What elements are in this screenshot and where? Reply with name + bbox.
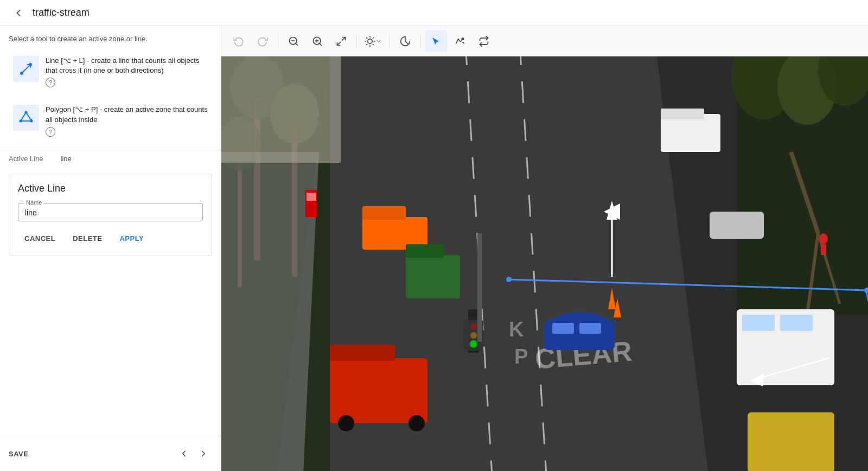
next-button[interactable] [195, 445, 212, 462]
traffic-scene: CLEAR [221, 56, 868, 471]
color-button[interactable] [394, 30, 416, 52]
active-line-label: Active Line [9, 155, 43, 163]
svg-point-71 [470, 340, 477, 348]
back-button[interactable] [9, 3, 28, 23]
line-tool-description: Line [⌥ + L] - create a line that counts… [46, 56, 208, 87]
svg-rect-65 [780, 315, 813, 331]
polygon-icon [18, 110, 34, 125]
shape-icon [478, 36, 489, 47]
brightness-icon [365, 36, 375, 47]
svg-rect-58 [552, 323, 574, 334]
undo-button[interactable] [228, 30, 250, 52]
delete-button[interactable]: DELETE [66, 230, 108, 247]
svg-rect-62 [710, 212, 764, 239]
sidebar: Select a tool to create an active zone o… [0, 26, 221, 471]
svg-text:P: P [514, 345, 528, 368]
svg-point-53 [409, 415, 425, 431]
cursor-icon [431, 36, 442, 47]
polygon-tool-icon-box [13, 105, 39, 131]
svg-rect-54 [406, 255, 460, 298]
toolbar-divider-1 [278, 35, 278, 48]
brightness-button[interactable] [361, 30, 385, 52]
svg-rect-47 [221, 56, 341, 163]
svg-line-11 [320, 43, 322, 45]
color-icon [400, 36, 411, 47]
svg-line-24 [373, 37, 373, 38]
main-layout: Select a tool to create an active zone o… [0, 26, 868, 471]
cancel-button[interactable]: CANCEL [18, 230, 62, 247]
chevron-down-icon [375, 38, 382, 44]
shape-button[interactable] [473, 30, 495, 52]
polyline-icon [455, 36, 465, 47]
svg-point-69 [470, 323, 477, 330]
line-tool-icon-box [13, 56, 39, 82]
line-icon [18, 61, 34, 77]
svg-point-16 [368, 39, 372, 43]
svg-rect-86 [821, 244, 826, 255]
svg-point-85 [819, 233, 828, 244]
polygon-help-icon[interactable]: ? [46, 127, 55, 137]
line-help-icon[interactable]: ? [46, 78, 55, 87]
svg-line-20 [373, 44, 373, 44]
active-line-row: Active Line line [0, 150, 221, 167]
line-tool-item[interactable]: Line [⌥ + L] - create a line that counts… [4, 49, 216, 94]
svg-point-52 [338, 415, 354, 431]
svg-rect-59 [579, 323, 601, 334]
prev-button[interactable] [175, 445, 193, 462]
toolbar-divider-3 [390, 35, 390, 48]
svg-line-23 [367, 44, 367, 44]
polygon-tool-description: Polygon [⌥ + P] - create an active zone … [46, 105, 208, 136]
svg-text:K: K [509, 318, 524, 341]
svg-rect-55 [406, 244, 444, 258]
svg-rect-61 [661, 109, 704, 119]
redo-button[interactable] [252, 30, 273, 52]
toolbar-divider-2 [356, 35, 357, 48]
svg-rect-60 [661, 114, 720, 152]
svg-rect-50 [330, 358, 427, 423]
apply-button[interactable]: APPLY [113, 230, 150, 247]
svg-rect-64 [742, 315, 775, 331]
sidebar-footer: SAVE [0, 436, 221, 471]
panel-actions: CANCEL DELETE APPLY [18, 230, 203, 247]
cursor-button[interactable] [425, 30, 447, 52]
page-title: traffic-stream [33, 7, 90, 18]
footer-nav [175, 445, 212, 462]
polygon-tool-item[interactable]: Polygon [⌥ + P] - create an active zone … [4, 98, 216, 143]
svg-rect-72 [477, 233, 482, 342]
polyline-button[interactable] [449, 30, 471, 52]
svg-line-8 [296, 43, 298, 45]
panel-title: Active Line [18, 183, 203, 194]
svg-line-2 [22, 65, 30, 73]
svg-rect-66 [748, 412, 834, 471]
save-label: SAVE [9, 450, 28, 458]
svg-line-15 [337, 42, 341, 45]
svg-point-6 [20, 120, 22, 123]
svg-line-14 [342, 37, 346, 40]
zoom-in-button[interactable] [307, 30, 328, 52]
svg-line-26 [463, 42, 464, 43]
svg-point-70 [470, 332, 477, 339]
name-field-label: Name [24, 199, 44, 206]
sidebar-instructions: Select a tool to create an active zone o… [0, 26, 221, 47]
svg-rect-49 [362, 206, 406, 220]
active-line-panel: Active Line Name CANCEL DELETE APPLY [9, 174, 212, 256]
svg-line-19 [367, 37, 367, 38]
canvas-area: CLEAR [221, 26, 868, 471]
name-input[interactable] [25, 208, 196, 217]
app-header: traffic-stream [0, 0, 868, 26]
name-field-wrapper: Name [18, 203, 203, 221]
svg-point-25 [462, 38, 463, 40]
toolbar-divider-4 [420, 35, 421, 48]
toolbar [221, 26, 868, 56]
active-line-value: line [61, 155, 72, 163]
image-container[interactable]: CLEAR [221, 56, 868, 471]
svg-marker-46 [221, 152, 319, 471]
fit-button[interactable] [330, 30, 352, 52]
svg-rect-51 [330, 345, 395, 361]
zoom-out-button[interactable] [283, 30, 304, 52]
svg-rect-88 [307, 193, 316, 201]
svg-point-4 [25, 111, 28, 114]
svg-point-81 [506, 277, 512, 282]
